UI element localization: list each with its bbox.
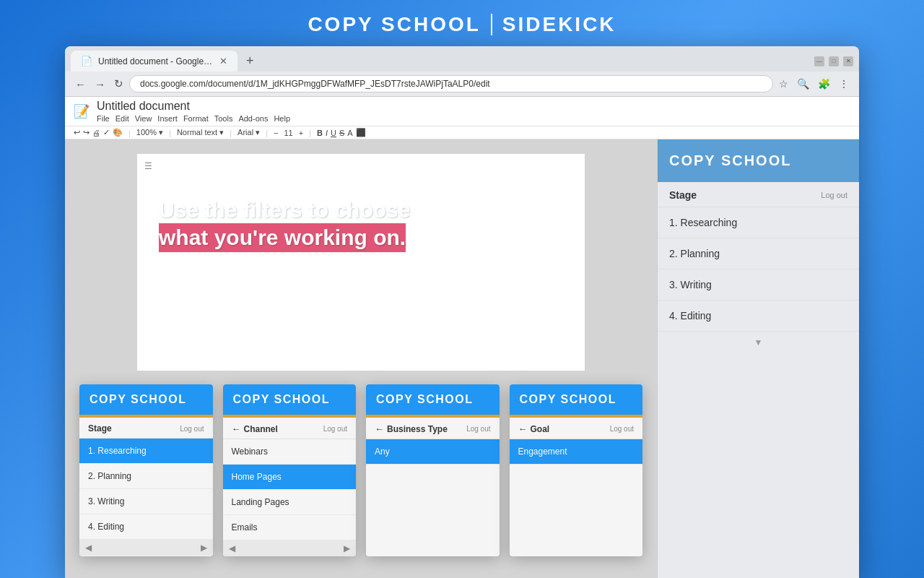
scroll-left-channel[interactable]: ◀ xyxy=(229,543,235,553)
sidekick-panel: COPY SCHOOL Stage Log out 1. Researching… xyxy=(657,139,859,578)
tab-close-button[interactable]: ✕ xyxy=(219,56,227,66)
font-size-plus[interactable]: + xyxy=(299,129,303,137)
popup-item-webinars[interactable]: Webinars xyxy=(223,439,357,465)
popup-card-channel: COPY SCHOOL ← Channel Log out Webinars H… xyxy=(223,384,357,556)
menu-insert[interactable]: Insert xyxy=(157,114,178,123)
back-button[interactable]: ← xyxy=(72,77,89,92)
popup-item-planning[interactable]: 2. Planning xyxy=(79,464,213,489)
italic-button[interactable]: I xyxy=(326,129,328,137)
popup-body-channel: ← Channel Log out Webinars Home Pages La… xyxy=(223,418,357,540)
font-size-minus[interactable]: − xyxy=(274,129,278,137)
popup-card-title-channel: COPY SCHOOL xyxy=(233,393,330,405)
doc-highlighted-text: what you're working on. xyxy=(159,223,406,252)
menu-file[interactable]: File xyxy=(97,114,110,123)
new-tab-button[interactable]: + xyxy=(240,51,260,72)
back-arrow-goal[interactable]: ← xyxy=(518,423,528,434)
popup-item-landingpages[interactable]: Landing Pages xyxy=(223,490,357,515)
popup-card-title-business-type: COPY SCHOOL xyxy=(376,393,473,405)
sidekick-stage-row: Stage Log out xyxy=(658,182,859,207)
undo-icon[interactable]: ↩ xyxy=(74,128,80,137)
menu-icon[interactable]: ⋮ xyxy=(836,77,852,91)
strikethrough-button[interactable]: S xyxy=(339,129,344,137)
sidekick-logout-button[interactable]: Log out xyxy=(821,191,847,199)
reload-button[interactable]: ↻ xyxy=(111,76,126,92)
text-color-button[interactable]: A xyxy=(347,129,352,137)
popup-card-goal: COPY SCHOOL ← Goal Log out Engagement xyxy=(510,384,643,556)
style-selector[interactable]: Normal text ▾ xyxy=(177,128,224,137)
browser-tab-active[interactable]: 📄 Untitled document - Google Doc... ✕ xyxy=(71,51,237,72)
popup-logout-stage[interactable]: Log out xyxy=(180,425,204,433)
popup-item-editing[interactable]: 4. Editing xyxy=(79,514,213,540)
window-maximize-button[interactable]: □ xyxy=(829,56,839,66)
popup-item-researching[interactable]: 1. Researching xyxy=(79,439,213,464)
sidekick-body: Stage Log out 1. Researching 2. Planning… xyxy=(658,182,859,578)
scroll-right-stage[interactable]: ▶ xyxy=(201,543,207,553)
gdocs-title: Untitled document xyxy=(97,100,290,113)
popup-item-emails[interactable]: Emails xyxy=(223,515,357,540)
scroll-left-stage[interactable]: ◀ xyxy=(85,543,92,553)
popup-logout-business-type[interactable]: Log out xyxy=(466,425,490,433)
sidekick-item-planning[interactable]: 2. Planning xyxy=(658,238,859,269)
url-input[interactable] xyxy=(129,75,773,92)
bookmark-icon[interactable]: ☆ xyxy=(776,77,791,91)
popup-card-title-stage: COPY SCHOOL xyxy=(90,393,186,405)
title-divider xyxy=(491,14,492,35)
browser-content: ☰ Use the filters to choose what you're … xyxy=(65,139,859,578)
back-arrow-channel[interactable]: ← xyxy=(232,423,241,434)
popup-goal-label: ← Goal xyxy=(518,423,550,434)
browser-window: 📄 Untitled document - Google Doc... ✕ + … xyxy=(65,46,859,578)
highlight-button[interactable]: ⬛ xyxy=(356,128,366,137)
overlay-cards: COPY SCHOOL Stage Log out 1. Researching… xyxy=(65,384,657,556)
document-area: ☰ Use the filters to choose what you're … xyxy=(65,139,657,578)
menu-format[interactable]: Format xyxy=(183,114,209,123)
spellcheck-icon[interactable]: ✓ xyxy=(103,128,110,137)
back-arrow-business-type[interactable]: ← xyxy=(375,423,384,434)
popup-card-title-goal: COPY SCHOOL xyxy=(520,393,616,405)
forward-button[interactable]: → xyxy=(92,77,108,92)
window-minimize-button[interactable]: — xyxy=(814,56,824,66)
sidekick-stage-label: Stage xyxy=(669,189,697,201)
font-selector[interactable]: Arial ▾ xyxy=(237,128,260,137)
scroll-right-channel[interactable]: ▶ xyxy=(344,543,350,553)
popup-item-any[interactable]: Any xyxy=(366,439,500,465)
redo-icon[interactable]: ↪ xyxy=(83,128,90,137)
sidekick-item-researching[interactable]: 1. Researching xyxy=(658,207,859,238)
popup-card-business-type: COPY SCHOOL ← Business Type Log out Any xyxy=(366,384,500,556)
popup-scroll-channel: ◀ ▶ xyxy=(223,540,357,556)
sidekick-item-editing[interactable]: 4. Editing xyxy=(658,301,859,332)
extensions-icon[interactable]: 🧩 xyxy=(815,77,833,91)
menu-edit[interactable]: Edit xyxy=(116,114,129,123)
popup-item-homepages[interactable]: Home Pages xyxy=(223,465,357,490)
popup-back-row-goal: ← Goal Log out xyxy=(510,418,643,439)
popup-body-goal: ← Goal Log out Engagement xyxy=(510,418,643,465)
popup-card-header-goal: COPY SCHOOL xyxy=(510,384,643,415)
gdocs-title-area: Untitled document File Edit View Insert … xyxy=(97,100,290,123)
bold-button[interactable]: B xyxy=(317,129,323,137)
popup-card-header-channel: COPY SCHOOL xyxy=(223,384,357,415)
zoom-selector[interactable]: 100% ▾ xyxy=(136,128,163,137)
popup-item-engagement[interactable]: Engagement xyxy=(510,439,643,465)
popup-stage-row: Stage Log out xyxy=(79,418,213,439)
menu-help[interactable]: Help xyxy=(274,114,290,123)
doc-page: ☰ Use the filters to choose what you're … xyxy=(137,154,585,371)
underline-button[interactable]: U xyxy=(331,129,336,137)
top-bar: COPY SCHOOL SIDEKICK xyxy=(0,0,924,46)
print-icon[interactable]: 🖨 xyxy=(92,129,100,137)
gdocs-toolbar: 📝 Untitled document File Edit View Inser… xyxy=(65,97,859,126)
window-close-button[interactable]: ✕ xyxy=(843,56,853,66)
popup-logout-goal[interactable]: Log out xyxy=(610,425,634,433)
menu-tools[interactable]: Tools xyxy=(214,114,233,123)
popup-stage-label: Stage xyxy=(88,423,112,434)
popup-card-header-business-type: COPY SCHOOL xyxy=(366,384,500,415)
zoom-icon[interactable]: 🔍 xyxy=(794,77,812,91)
menu-addons[interactable]: Add-ons xyxy=(238,114,268,123)
menu-view[interactable]: View xyxy=(135,114,152,123)
popup-channel-label: ← Channel xyxy=(232,423,278,434)
popup-item-writing[interactable]: 3. Writing xyxy=(79,489,213,514)
sidekick-item-writing[interactable]: 3. Writing xyxy=(658,269,859,301)
popup-logout-channel[interactable]: Log out xyxy=(323,425,347,433)
doc-main-text: Use the filters to choose what you're wo… xyxy=(159,197,563,252)
paint-format-icon[interactable]: 🎨 xyxy=(113,128,123,137)
popup-body-business-type: ← Business Type Log out Any xyxy=(366,418,500,465)
address-bar: ← → ↻ ☆ 🔍 🧩 ⋮ xyxy=(65,72,859,97)
